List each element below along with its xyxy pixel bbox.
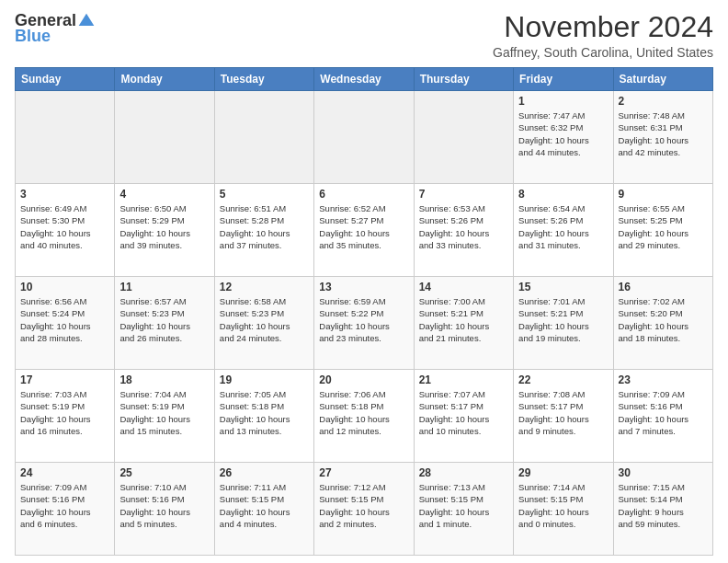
day-info: Sunrise: 7:01 AM Sunset: 5:21 PM Dayligh… bbox=[518, 295, 608, 344]
calendar-cell: 20Sunrise: 7:06 AM Sunset: 5:18 PM Dayli… bbox=[314, 370, 414, 463]
day-number: 4 bbox=[119, 188, 209, 201]
day-number: 15 bbox=[518, 281, 608, 293]
day-number: 26 bbox=[220, 466, 309, 479]
day-info: Sunrise: 6:49 AM Sunset: 5:30 PM Dayligh… bbox=[20, 202, 109, 251]
day-info: Sunrise: 7:07 AM Sunset: 5:17 PM Dayligh… bbox=[419, 388, 508, 437]
col-friday: Friday bbox=[514, 68, 613, 91]
day-number: 20 bbox=[319, 373, 408, 386]
day-number: 2 bbox=[619, 95, 708, 108]
calendar-table: Sunday Monday Tuesday Wednesday Thursday… bbox=[15, 67, 713, 556]
day-info: Sunrise: 6:50 AM Sunset: 5:29 PM Dayligh… bbox=[119, 202, 209, 251]
calendar-week-row-3: 17Sunrise: 7:03 AM Sunset: 5:19 PM Dayli… bbox=[16, 370, 713, 463]
calendar-cell: 4Sunrise: 6:50 AM Sunset: 5:29 PM Daylig… bbox=[115, 184, 214, 277]
calendar-cell: 21Sunrise: 7:07 AM Sunset: 5:17 PM Dayli… bbox=[414, 370, 513, 463]
col-thursday: Thursday bbox=[414, 68, 513, 91]
calendar-cell: 1Sunrise: 7:47 AM Sunset: 6:32 PM Daylig… bbox=[514, 91, 613, 184]
day-info: Sunrise: 7:13 AM Sunset: 5:15 PM Dayligh… bbox=[419, 481, 508, 530]
calendar-cell: 27Sunrise: 7:12 AM Sunset: 5:15 PM Dayli… bbox=[314, 463, 414, 556]
day-info: Sunrise: 7:04 AM Sunset: 5:19 PM Dayligh… bbox=[119, 388, 209, 437]
day-number: 17 bbox=[20, 373, 109, 386]
calendar-cell bbox=[314, 91, 414, 184]
calendar-cell: 23Sunrise: 7:09 AM Sunset: 5:16 PM Dayli… bbox=[613, 370, 712, 463]
day-number: 14 bbox=[419, 281, 508, 293]
header: General Blue November 2024 Gaffney, Sout… bbox=[15, 11, 713, 60]
day-number: 22 bbox=[518, 373, 608, 386]
day-info: Sunrise: 7:12 AM Sunset: 5:15 PM Dayligh… bbox=[319, 481, 408, 530]
calendar-cell: 22Sunrise: 7:08 AM Sunset: 5:17 PM Dayli… bbox=[514, 370, 613, 463]
calendar-cell: 13Sunrise: 6:59 AM Sunset: 5:22 PM Dayli… bbox=[314, 277, 414, 370]
day-info: Sunrise: 6:55 AM Sunset: 5:25 PM Dayligh… bbox=[619, 202, 708, 251]
calendar-cell: 26Sunrise: 7:11 AM Sunset: 5:15 PM Dayli… bbox=[214, 463, 313, 556]
day-info: Sunrise: 6:52 AM Sunset: 5:27 PM Dayligh… bbox=[319, 202, 408, 251]
day-number: 16 bbox=[619, 281, 708, 293]
calendar-cell bbox=[414, 91, 513, 184]
day-info: Sunrise: 6:53 AM Sunset: 5:26 PM Dayligh… bbox=[419, 202, 508, 251]
day-number: 23 bbox=[619, 373, 708, 386]
col-sunday: Sunday bbox=[16, 68, 115, 91]
calendar-cell: 16Sunrise: 7:02 AM Sunset: 5:20 PM Dayli… bbox=[613, 277, 712, 370]
calendar-cell: 29Sunrise: 7:14 AM Sunset: 5:15 PM Dayli… bbox=[514, 463, 613, 556]
calendar-cell bbox=[214, 91, 313, 184]
calendar-header-row: Sunday Monday Tuesday Wednesday Thursday… bbox=[16, 68, 713, 91]
calendar-week-row-4: 24Sunrise: 7:09 AM Sunset: 5:16 PM Dayli… bbox=[16, 463, 713, 556]
calendar-cell: 28Sunrise: 7:13 AM Sunset: 5:15 PM Dayli… bbox=[414, 463, 513, 556]
day-number: 25 bbox=[119, 466, 209, 479]
calendar-cell: 24Sunrise: 7:09 AM Sunset: 5:16 PM Dayli… bbox=[16, 463, 115, 556]
day-info: Sunrise: 6:51 AM Sunset: 5:28 PM Dayligh… bbox=[220, 202, 309, 251]
day-number: 24 bbox=[20, 466, 109, 479]
day-info: Sunrise: 7:15 AM Sunset: 5:14 PM Dayligh… bbox=[619, 481, 708, 530]
calendar-cell: 6Sunrise: 6:52 AM Sunset: 5:27 PM Daylig… bbox=[314, 184, 414, 277]
day-number: 13 bbox=[319, 281, 408, 293]
calendar-cell: 15Sunrise: 7:01 AM Sunset: 5:21 PM Dayli… bbox=[514, 277, 613, 370]
day-info: Sunrise: 6:57 AM Sunset: 5:23 PM Dayligh… bbox=[119, 295, 209, 344]
calendar-cell: 2Sunrise: 7:48 AM Sunset: 6:31 PM Daylig… bbox=[613, 91, 712, 184]
day-number: 29 bbox=[518, 466, 608, 479]
day-info: Sunrise: 7:00 AM Sunset: 5:21 PM Dayligh… bbox=[419, 295, 508, 344]
calendar-cell: 11Sunrise: 6:57 AM Sunset: 5:23 PM Dayli… bbox=[115, 277, 214, 370]
day-info: Sunrise: 6:56 AM Sunset: 5:24 PM Dayligh… bbox=[20, 295, 109, 344]
calendar-cell: 9Sunrise: 6:55 AM Sunset: 5:25 PM Daylig… bbox=[613, 184, 712, 277]
day-info: Sunrise: 7:47 AM Sunset: 6:32 PM Dayligh… bbox=[518, 109, 608, 158]
day-info: Sunrise: 7:10 AM Sunset: 5:16 PM Dayligh… bbox=[119, 481, 209, 530]
day-info: Sunrise: 7:11 AM Sunset: 5:15 PM Dayligh… bbox=[220, 481, 309, 530]
day-info: Sunrise: 6:59 AM Sunset: 5:22 PM Dayligh… bbox=[319, 295, 408, 344]
day-number: 12 bbox=[220, 281, 309, 293]
location: Gaffney, South Carolina, United States bbox=[493, 45, 713, 60]
day-info: Sunrise: 7:08 AM Sunset: 5:17 PM Dayligh… bbox=[518, 388, 608, 437]
day-info: Sunrise: 7:09 AM Sunset: 5:16 PM Dayligh… bbox=[619, 388, 708, 437]
calendar-cell: 30Sunrise: 7:15 AM Sunset: 5:14 PM Dayli… bbox=[613, 463, 712, 556]
calendar-cell: 5Sunrise: 6:51 AM Sunset: 5:28 PM Daylig… bbox=[214, 184, 313, 277]
logo-blue-text: Blue bbox=[15, 27, 51, 45]
calendar-cell: 3Sunrise: 6:49 AM Sunset: 5:30 PM Daylig… bbox=[16, 184, 115, 277]
calendar-cell: 10Sunrise: 6:56 AM Sunset: 5:24 PM Dayli… bbox=[16, 277, 115, 370]
day-number: 8 bbox=[518, 188, 608, 201]
day-number: 18 bbox=[119, 373, 209, 386]
day-info: Sunrise: 7:09 AM Sunset: 5:16 PM Dayligh… bbox=[20, 481, 109, 530]
day-number: 7 bbox=[419, 188, 508, 201]
day-number: 6 bbox=[319, 188, 408, 201]
day-number: 5 bbox=[220, 188, 309, 201]
calendar-cell: 14Sunrise: 7:00 AM Sunset: 5:21 PM Dayli… bbox=[414, 277, 513, 370]
col-saturday: Saturday bbox=[613, 68, 712, 91]
day-info: Sunrise: 7:02 AM Sunset: 5:20 PM Dayligh… bbox=[619, 295, 708, 344]
day-number: 21 bbox=[419, 373, 508, 386]
calendar-week-row-1: 3Sunrise: 6:49 AM Sunset: 5:30 PM Daylig… bbox=[16, 184, 713, 277]
day-info: Sunrise: 6:54 AM Sunset: 5:26 PM Dayligh… bbox=[518, 202, 608, 251]
calendar-week-row-2: 10Sunrise: 6:56 AM Sunset: 5:24 PM Dayli… bbox=[16, 277, 713, 370]
calendar-cell: 18Sunrise: 7:04 AM Sunset: 5:19 PM Dayli… bbox=[115, 370, 214, 463]
col-monday: Monday bbox=[115, 68, 214, 91]
day-info: Sunrise: 7:03 AM Sunset: 5:19 PM Dayligh… bbox=[20, 388, 109, 437]
day-number: 3 bbox=[20, 188, 109, 201]
calendar-cell: 12Sunrise: 6:58 AM Sunset: 5:23 PM Dayli… bbox=[214, 277, 313, 370]
calendar-cell: 17Sunrise: 7:03 AM Sunset: 5:19 PM Dayli… bbox=[16, 370, 115, 463]
day-info: Sunrise: 7:48 AM Sunset: 6:31 PM Dayligh… bbox=[619, 109, 708, 158]
calendar-cell: 7Sunrise: 6:53 AM Sunset: 5:26 PM Daylig… bbox=[414, 184, 513, 277]
day-number: 1 bbox=[518, 95, 608, 108]
calendar-cell bbox=[115, 91, 214, 184]
logo: General Blue bbox=[15, 11, 96, 46]
calendar-cell bbox=[16, 91, 115, 184]
calendar-week-row-0: 1Sunrise: 7:47 AM Sunset: 6:32 PM Daylig… bbox=[16, 91, 713, 184]
col-wednesday: Wednesday bbox=[314, 68, 414, 91]
calendar-cell: 19Sunrise: 7:05 AM Sunset: 5:18 PM Dayli… bbox=[214, 370, 313, 463]
logo-icon bbox=[77, 12, 96, 30]
